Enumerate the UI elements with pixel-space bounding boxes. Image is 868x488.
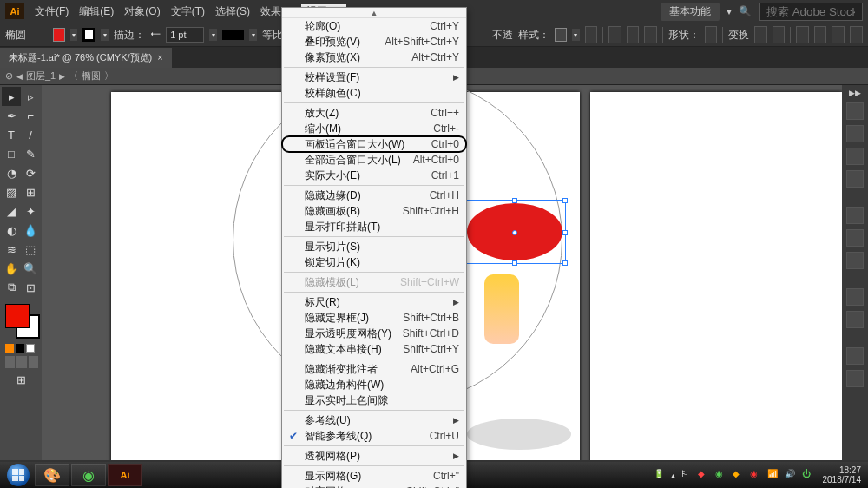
menu-item[interactable]: 像素预览(X)Alt+Ctrl+Y <box>282 49 466 65</box>
menu-item[interactable]: 全部适合窗口大小(L)Alt+Ctrl+0 <box>282 152 466 168</box>
menu-文字[interactable]: 文字(T) <box>166 4 210 19</box>
tool-3[interactable]: ⌐ <box>21 106 40 125</box>
shape-button[interactable] <box>705 26 718 43</box>
recolor-button[interactable] <box>585 26 598 43</box>
style-swatch[interactable] <box>555 28 566 42</box>
arrange-button-3[interactable] <box>832 26 845 43</box>
document-tab[interactable]: 未标题-1.ai* @ 76% (CMYK/预览) × <box>0 48 172 68</box>
tool-1[interactable]: ▹ <box>21 87 40 106</box>
tray-app2-icon[interactable]: ◉ <box>750 469 762 481</box>
fill-stroke-colors[interactable] <box>2 302 40 342</box>
menu-item[interactable]: 标尺(R)▶ <box>282 294 466 310</box>
tray-expand-icon[interactable]: ▴ <box>671 471 675 480</box>
align-button-3[interactable] <box>644 26 657 43</box>
tool-4[interactable]: T <box>2 125 21 144</box>
tool-8[interactable]: ◔ <box>2 163 21 182</box>
panel-brushes-icon[interactable] <box>846 148 864 165</box>
transform-button-2[interactable] <box>773 26 786 43</box>
tray-volume-icon[interactable]: 🔊 <box>785 469 797 481</box>
tray-360-icon[interactable]: ◉ <box>715 469 727 481</box>
start-button[interactable] <box>3 464 33 486</box>
panel-swatches-icon[interactable] <box>846 125 864 142</box>
panel-stroke-icon[interactable] <box>846 207 864 224</box>
fill-swatch[interactable] <box>53 28 64 42</box>
align-button-1[interactable] <box>608 26 621 43</box>
menu-item[interactable]: 显示网格(G)Ctrl+" <box>282 468 466 484</box>
menu-item[interactable]: 校样颜色(C) <box>282 85 466 101</box>
tool-13[interactable]: ✦ <box>21 201 40 221</box>
panel-transparency-icon[interactable] <box>846 252 864 269</box>
tray-signal-icon[interactable]: 📶 <box>767 469 779 481</box>
tool-5[interactable]: / <box>21 125 40 144</box>
tool-2[interactable]: ✒ <box>2 106 21 125</box>
arrange-button-4[interactable] <box>850 26 863 43</box>
tool-19[interactable]: 🔍 <box>21 259 40 278</box>
selection-box[interactable] <box>464 200 566 264</box>
menu-选择[interactable]: 选择(S) <box>210 4 255 19</box>
selection-handle[interactable] <box>512 260 517 266</box>
menu-item[interactable]: 隐藏定界框(J)Shift+Ctrl+B <box>282 310 466 326</box>
menu-文件[interactable]: 文件(F) <box>30 4 74 19</box>
style-dropdown[interactable]: ▾ <box>572 29 580 41</box>
menu-item[interactable]: 轮廓(O)Ctrl+Y <box>282 18 466 34</box>
stroke-dropdown[interactable]: ▾ <box>101 29 108 41</box>
menu-item[interactable]: 隐藏渐变批注者Alt+Ctrl+G <box>282 361 466 377</box>
tool-0[interactable]: ▸ <box>2 87 21 106</box>
tool-16[interactable]: ≋ <box>2 240 21 259</box>
menu-item[interactable]: 显示透明度网格(Y)Shift+Ctrl+D <box>282 326 466 341</box>
search-input[interactable] <box>759 3 863 21</box>
workspace-switcher[interactable]: 基本功能 <box>661 3 720 21</box>
panel-color-icon[interactable] <box>846 102 864 120</box>
tray-flag-icon[interactable]: 🏳 <box>681 469 693 481</box>
tool-18[interactable]: ✋ <box>2 259 21 278</box>
menu-item[interactable]: 隐藏边缘(D)Ctrl+H <box>282 188 466 203</box>
tool-6[interactable]: □ <box>2 144 21 163</box>
selection-center[interactable] <box>512 230 517 235</box>
stroke-swatch[interactable] <box>82 28 95 42</box>
tool-15[interactable]: 💧 <box>21 221 40 240</box>
panel-layers-icon[interactable] <box>846 347 864 365</box>
menu-item[interactable]: 校样设置(F)▶ <box>282 69 466 85</box>
tool-10[interactable]: ▨ <box>2 182 21 201</box>
menu-scroll-up-icon[interactable]: ▲ <box>282 8 466 18</box>
panel-toggle[interactable]: ▶▶ <box>849 89 861 97</box>
stroke-style-dropdown[interactable]: ▾ <box>249 29 257 41</box>
panel-graphic-styles-icon[interactable] <box>846 311 864 328</box>
taskbar-app-illustrator[interactable]: Ai <box>108 464 142 486</box>
tool-17[interactable]: ⬚ <box>21 240 40 259</box>
menu-编辑[interactable]: 编辑(E) <box>74 4 119 19</box>
selection-handle[interactable] <box>562 260 568 266</box>
taskbar-clock[interactable]: 18:27 2018/7/14 <box>819 465 865 485</box>
panel-symbols-icon[interactable] <box>846 170 864 188</box>
taskbar-app-360[interactable]: ◉ <box>71 464 106 486</box>
menu-item[interactable]: 锁定切片(K) <box>282 254 466 270</box>
taskbar-app-paint[interactable]: 🎨 <box>35 464 69 486</box>
selection-handle[interactable] <box>562 230 568 235</box>
menu-item[interactable]: 透视网格(P)▶ <box>282 448 466 464</box>
stroke-style-preview[interactable] <box>222 30 244 40</box>
menu-item[interactable]: 实际大小(E)Ctrl+1 <box>282 168 466 183</box>
transform-button-1[interactable] <box>754 26 767 43</box>
tool-11[interactable]: ⊞ <box>21 182 40 201</box>
breadcrumb-object[interactable]: 椭圆 <box>82 69 101 82</box>
menu-item[interactable]: 隐藏画板(B)Shift+Ctrl+H <box>282 203 466 219</box>
tool-20[interactable]: ⧉ <box>2 278 21 297</box>
tray-battery-icon[interactable]: 🔋 <box>654 469 666 481</box>
draw-modes[interactable] <box>2 354 42 370</box>
panel-gradient-icon[interactable] <box>846 229 864 247</box>
arrange-button-2[interactable] <box>814 26 827 43</box>
mini-swatches[interactable] <box>2 342 40 354</box>
stroke-weight-field[interactable] <box>166 27 204 43</box>
selection-handle[interactable] <box>512 198 517 203</box>
tray-qq-icon[interactable]: ◆ <box>698 469 710 481</box>
tool-12[interactable]: ◢ <box>2 201 21 221</box>
panel-artboards-icon[interactable] <box>846 370 864 387</box>
menu-item[interactable]: 隐藏文本串接(H)Shift+Ctrl+Y <box>282 341 466 357</box>
menu-item[interactable]: 叠印预览(V)Alt+Shift+Ctrl+Y <box>282 34 466 49</box>
menu-item[interactable]: 画板适合窗口大小(W)Ctrl+0 <box>282 136 466 152</box>
menu-item[interactable]: 隐藏边角构件(W) <box>282 377 466 392</box>
align-button-2[interactable] <box>627 26 640 43</box>
panel-appearance-icon[interactable] <box>846 288 864 306</box>
close-tab-icon[interactable]: × <box>157 52 162 63</box>
menu-item[interactable]: ✔智能参考线(Q)Ctrl+U <box>282 428 466 444</box>
